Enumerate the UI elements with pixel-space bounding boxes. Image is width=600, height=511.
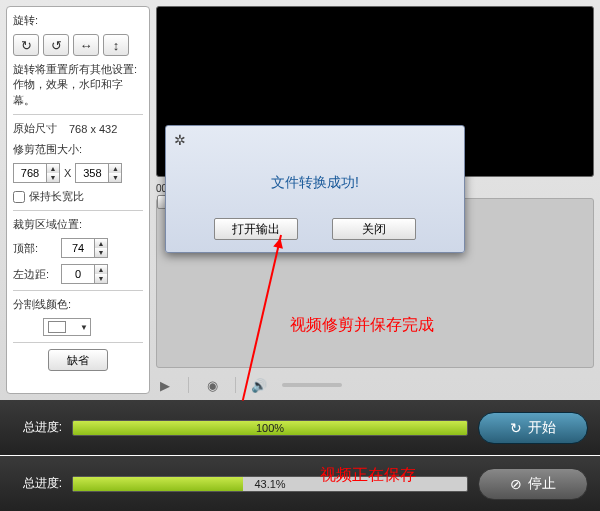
up-icon[interactable]: ▲ xyxy=(47,164,59,173)
play-icon[interactable]: ▶ xyxy=(156,376,174,394)
down-icon[interactable]: ▼ xyxy=(95,274,107,283)
success-dialog: ✲ 文件转换成功! 打开输出 关闭 xyxy=(165,125,465,253)
volume-slider[interactable] xyxy=(282,383,342,387)
crop-size-label: 修剪范围大小: xyxy=(13,142,143,157)
separator xyxy=(235,377,236,393)
volume-icon[interactable]: 🔊 xyxy=(250,376,268,394)
left-label: 左边距: xyxy=(13,267,57,282)
defaults-button[interactable]: 缺省 xyxy=(48,349,108,371)
dialog-buttons: 打开输出 关闭 xyxy=(174,218,456,240)
dialog-message: 文件转换成功! xyxy=(174,174,456,192)
start-label: 开始 xyxy=(528,419,556,437)
top-label: 顶部: xyxy=(13,241,57,256)
color-swatch xyxy=(48,321,66,333)
keep-ratio-input[interactable] xyxy=(13,191,25,203)
divider xyxy=(13,210,143,211)
left-row: 左边距: ▲▼ xyxy=(13,264,143,284)
player-controls: ▶ ◉ 🔊 xyxy=(156,376,594,394)
progress-label: 总进度: xyxy=(12,419,62,436)
close-button[interactable]: 关闭 xyxy=(332,218,416,240)
chevron-down-icon: ▼ xyxy=(80,323,88,332)
flip-v-icon[interactable]: ↕ xyxy=(103,34,129,56)
orig-size-label: 原始尺寸 xyxy=(13,121,57,136)
keep-ratio-label: 保持长宽比 xyxy=(29,189,84,204)
up-icon[interactable]: ▲ xyxy=(109,164,121,173)
divider xyxy=(13,114,143,115)
rotate-note: 旋转将重置所有其他设置: 作物，效果，水印和字幕。 xyxy=(13,62,143,108)
rotate-label: 旋转: xyxy=(13,13,143,28)
sidebar: 旋转: ↻ ↺ ↔ ↕ 旋转将重置所有其他设置: 作物，效果，水印和字幕。 原始… xyxy=(6,6,150,394)
width-stepper[interactable]: ▲▼ xyxy=(13,163,60,183)
x-label: X xyxy=(64,167,71,179)
height-input[interactable] xyxy=(76,164,108,182)
footer-complete: 总进度: 100% ↻ 开始 xyxy=(0,400,600,455)
snapshot-icon[interactable]: ◉ xyxy=(203,376,221,394)
up-icon[interactable]: ▲ xyxy=(95,239,107,248)
stop-button[interactable]: ⊘ 停止 xyxy=(478,468,588,500)
app-window: 旋转: ↻ ↺ ↔ ↕ 旋转将重置所有其他设置: 作物，效果，水印和字幕。 原始… xyxy=(0,0,600,511)
orig-size-row: 原始尺寸 768 x 432 xyxy=(13,121,143,136)
height-stepper[interactable]: ▲▼ xyxy=(75,163,122,183)
top-stepper[interactable]: ▲▼ xyxy=(61,238,108,258)
width-input[interactable] xyxy=(14,164,46,182)
rotate-cw-icon[interactable]: ↻ xyxy=(13,34,39,56)
progress-text: 100% xyxy=(73,421,467,435)
divider xyxy=(13,290,143,291)
divider-color-label: 分割线颜色: xyxy=(13,297,143,312)
left-input[interactable] xyxy=(62,265,94,283)
dialog-titlebar: ✲ xyxy=(174,132,456,148)
down-icon[interactable]: ▼ xyxy=(95,248,107,257)
orig-size-value: 768 x 432 xyxy=(69,123,117,135)
gear-icon: ✲ xyxy=(174,132,190,148)
separator xyxy=(188,377,189,393)
start-button[interactable]: ↻ 开始 xyxy=(478,412,588,444)
down-icon[interactable]: ▼ xyxy=(109,173,121,182)
color-picker[interactable]: ▼ xyxy=(43,318,91,336)
progress-bar-full: 100% xyxy=(72,420,468,436)
stop-icon: ⊘ xyxy=(510,476,522,492)
annotation-saving: 视频正在保存 xyxy=(320,465,416,486)
down-icon[interactable]: ▼ xyxy=(47,173,59,182)
crop-size-row: ▲▼ X ▲▼ xyxy=(13,163,143,183)
left-stepper[interactable]: ▲▼ xyxy=(61,264,108,284)
stop-label: 停止 xyxy=(528,475,556,493)
crop-pos-label: 裁剪区域位置: xyxy=(13,217,143,232)
up-icon[interactable]: ▲ xyxy=(95,265,107,274)
keep-ratio-checkbox[interactable]: 保持长宽比 xyxy=(13,189,143,204)
rotate-ccw-icon[interactable]: ↺ xyxy=(43,34,69,56)
footer-inprogress: 总进度: 43.1% ⊘ 停止 xyxy=(0,456,600,511)
refresh-icon: ↻ xyxy=(510,420,522,436)
flip-h-icon[interactable]: ↔ xyxy=(73,34,99,56)
rotate-buttons: ↻ ↺ ↔ ↕ xyxy=(13,34,143,56)
top-row: 顶部: ▲▼ xyxy=(13,238,143,258)
progress-label: 总进度: xyxy=(12,475,62,492)
top-input[interactable] xyxy=(62,239,94,257)
annotation-done: 视频修剪并保存完成 xyxy=(290,315,434,336)
divider xyxy=(13,342,143,343)
